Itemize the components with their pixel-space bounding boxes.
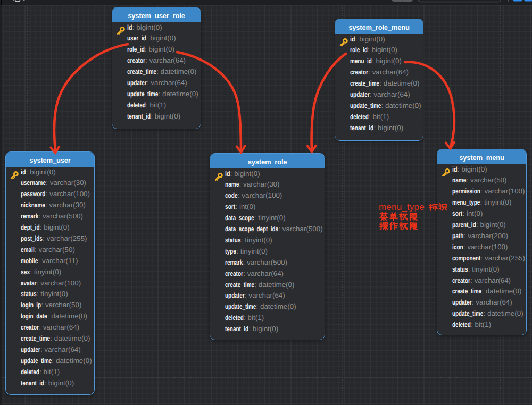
svg-text:: bit(1): : bit(1) bbox=[146, 101, 166, 109]
svg-text:: bigint(0): : bigint(0) bbox=[476, 221, 506, 229]
svg-text:: varchar(64): : varchar(64) bbox=[245, 291, 285, 299]
svg-text:: varchar(11): : varchar(11) bbox=[38, 257, 78, 265]
svg-text:: varchar(255): : varchar(255) bbox=[481, 254, 525, 262]
svg-text:status: status bbox=[452, 265, 468, 273]
svg-text:login_date: login_date bbox=[21, 312, 47, 320]
svg-text:: varchar(30): : varchar(30) bbox=[46, 179, 86, 187]
svg-text:: bigint(0): : bigint(0) bbox=[151, 112, 180, 120]
svg-text:: varchar(64): : varchar(64) bbox=[40, 345, 81, 353]
svg-text:: bigint(0): : bigint(0) bbox=[248, 325, 278, 333]
svg-text:creator: creator bbox=[225, 269, 243, 277]
svg-text:create_time: create_time bbox=[21, 334, 50, 342]
svg-text:create_time: create_time bbox=[350, 79, 379, 87]
svg-text:: bigint(0): : bigint(0) bbox=[230, 170, 260, 178]
svg-text:: varchar(100): : varchar(100) bbox=[480, 187, 525, 195]
svg-text:deleted: deleted bbox=[452, 320, 471, 328]
svg-text:updater: updater bbox=[21, 345, 40, 353]
svg-text:: varchar(64): : varchar(64) bbox=[147, 79, 187, 87]
svg-text:: varchar(64): : varchar(64) bbox=[39, 323, 79, 331]
svg-text:updater: updater bbox=[225, 291, 245, 299]
svg-text:: datetime(0): : datetime(0) bbox=[254, 281, 294, 289]
svg-text:post_ids: post_ids bbox=[21, 234, 43, 242]
svg-text:deleted: deleted bbox=[225, 314, 244, 322]
svg-text:status: status bbox=[21, 290, 37, 298]
svg-text:username: username bbox=[21, 179, 46, 187]
svg-text:: varchar(30): : varchar(30) bbox=[239, 180, 280, 188]
svg-text:name: name bbox=[225, 180, 239, 188]
svg-text:update_time: update_time bbox=[127, 90, 158, 98]
svg-text:menu_id: menu_id bbox=[350, 57, 372, 65]
svg-text:data_scope_dept_ids: data_scope_dept_ids bbox=[225, 225, 278, 233]
svg-text:status: status bbox=[225, 236, 241, 244]
svg-text:login_ip: login_ip bbox=[21, 301, 41, 309]
svg-text:: datetime(0): : datetime(0) bbox=[481, 287, 521, 295]
svg-text:remark: remark bbox=[21, 212, 39, 220]
svg-text:id: id bbox=[225, 170, 230, 178]
svg-text:update_time: update_time bbox=[452, 309, 483, 317]
svg-text:: tinyint(0): : tinyint(0) bbox=[480, 198, 512, 206]
svg-text:email: email bbox=[21, 246, 35, 254]
svg-text:create_time: create_time bbox=[127, 68, 156, 75]
svg-text:: bit(1): : bit(1) bbox=[39, 368, 60, 376]
svg-text:: bigint(0): : bigint(0) bbox=[372, 57, 402, 65]
svg-text:code: code bbox=[225, 191, 238, 199]
svg-text:name: name bbox=[452, 176, 466, 184]
svg-text:: bigint(0): : bigint(0) bbox=[355, 35, 385, 43]
svg-text:: varchar(50): : varchar(50) bbox=[467, 176, 507, 184]
svg-text:: varchar(100): : varchar(100) bbox=[463, 243, 508, 251]
svg-text:role_id: role_id bbox=[127, 45, 145, 53]
svg-text:component: component bbox=[452, 254, 481, 262]
svg-text:: tinyint(0): : tinyint(0) bbox=[254, 214, 286, 222]
svg-text:create_time: create_time bbox=[225, 281, 254, 289]
svg-text:parent_id: parent_id bbox=[452, 221, 476, 229]
svg-text:remark: remark bbox=[225, 258, 243, 266]
svg-text:: tinyint(0): : tinyint(0) bbox=[236, 247, 268, 255]
svg-text:dept_id: dept_id bbox=[21, 223, 40, 231]
svg-text:update_time: update_time bbox=[21, 357, 52, 365]
svg-text:sort: sort bbox=[225, 203, 236, 210]
svg-text:creator: creator bbox=[452, 276, 470, 284]
svg-text:tenant_id: tenant_id bbox=[127, 112, 151, 120]
svg-text:menu_type: menu_type bbox=[452, 198, 480, 206]
svg-text:: bigint(0): : bigint(0) bbox=[40, 223, 70, 231]
svg-text:: varchar(50): : varchar(50) bbox=[35, 246, 75, 254]
svg-text:id: id bbox=[127, 23, 132, 31]
svg-text:: int(0): : int(0) bbox=[463, 209, 483, 217]
svg-text:deleted: deleted bbox=[127, 101, 146, 109]
svg-text:: bit(1): : bit(1) bbox=[471, 320, 491, 328]
svg-text:: bigint(0): : bigint(0) bbox=[26, 168, 56, 176]
svg-text:: varchar(64): : varchar(64) bbox=[145, 56, 186, 64]
svg-text:create_time: create_time bbox=[452, 287, 481, 295]
svg-text:id: id bbox=[21, 168, 26, 176]
svg-text:: datetime(0): : datetime(0) bbox=[256, 302, 296, 310]
svg-text:: varchar(64): : varchar(64) bbox=[368, 68, 409, 76]
svg-text:: bigint(0): : bigint(0) bbox=[44, 379, 74, 387]
svg-text:: datetime(0): : datetime(0) bbox=[379, 79, 419, 87]
svg-text:: varchar(64): : varchar(64) bbox=[243, 269, 284, 277]
svg-text:password: password bbox=[21, 190, 45, 198]
svg-text:: varchar(500): : varchar(500) bbox=[39, 212, 83, 220]
svg-text:id: id bbox=[350, 35, 355, 43]
svg-text:: datetime(0): : datetime(0) bbox=[50, 334, 90, 342]
svg-text:icon: icon bbox=[452, 243, 463, 251]
svg-text:: datetime(0): : datetime(0) bbox=[52, 357, 92, 365]
svg-text:deleted: deleted bbox=[21, 368, 39, 376]
svg-text:updater: updater bbox=[350, 90, 370, 98]
svg-text:mobile: mobile bbox=[21, 257, 38, 265]
svg-text:: tinyint(0): : tinyint(0) bbox=[468, 265, 500, 273]
svg-text:creator: creator bbox=[350, 68, 368, 76]
svg-text:: bit(1): : bit(1) bbox=[369, 113, 389, 121]
svg-text:creator: creator bbox=[21, 323, 39, 331]
svg-text:deleted: deleted bbox=[350, 113, 369, 121]
svg-text:role_id: role_id bbox=[350, 46, 368, 54]
svg-text:permission: permission bbox=[452, 187, 480, 195]
svg-text:creator: creator bbox=[127, 56, 145, 64]
svg-text:tenant_id: tenant_id bbox=[350, 124, 373, 132]
svg-text:: datetime(0): : datetime(0) bbox=[156, 68, 196, 75]
svg-text:: varchar(64): : varchar(64) bbox=[470, 276, 511, 284]
svg-text:: bigint(0): : bigint(0) bbox=[145, 45, 174, 53]
svg-text:tenant_id: tenant_id bbox=[225, 325, 248, 333]
svg-text:: datetime(0): : datetime(0) bbox=[484, 309, 523, 317]
svg-text:path: path bbox=[452, 232, 463, 240]
svg-text:avatar: avatar bbox=[21, 279, 37, 287]
